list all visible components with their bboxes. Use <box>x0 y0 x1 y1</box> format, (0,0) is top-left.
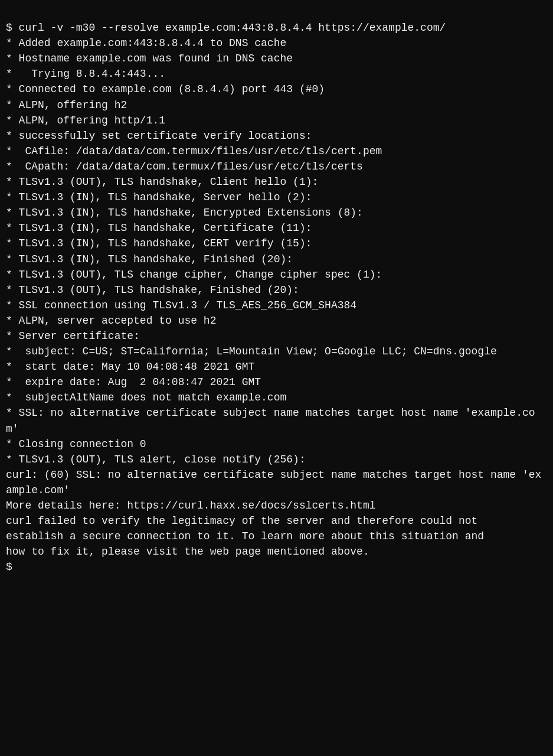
terminal-line: curl failed to verify the legitimacy of … <box>6 513 547 529</box>
terminal-line: * TLSv1.3 (IN), TLS handshake, Certifica… <box>6 220 547 236</box>
terminal-line: * Connected to example.com (8.8.4.4) por… <box>6 82 547 97</box>
terminal-line: More details here: https://curl.haxx.se/… <box>6 498 547 513</box>
terminal-line: * start date: May 10 04:08:48 2021 GMT <box>6 359 547 374</box>
terminal-line: * TLSv1.3 (OUT), TLS handshake, Client h… <box>6 174 547 190</box>
terminal-line: * SSL connection using TLSv1.3 / TLS_AES… <box>6 298 547 313</box>
terminal-line: * ALPN, offering h2 <box>6 97 547 113</box>
terminal-line: * ALPN, offering http/1.1 <box>6 113 547 128</box>
terminal-line: * TLSv1.3 (IN), TLS handshake, Encrypted… <box>6 205 547 220</box>
terminal-line: * ALPN, server accepted to use h2 <box>6 313 547 328</box>
terminal-line: * TLSv1.3 (OUT), TLS alert, close notify… <box>6 452 547 467</box>
terminal-line: * TLSv1.3 (IN), TLS handshake, Server he… <box>6 190 547 205</box>
terminal-line: how to fix it, please visit the web page… <box>6 544 547 559</box>
terminal-line: * Hostname example.com was found in DNS … <box>6 51 547 66</box>
terminal-line: * SSL: no alternative certificate subjec… <box>6 405 547 436</box>
terminal-line: * Closing connection 0 <box>6 436 547 452</box>
terminal-line: * Trying 8.8.4.4:443... <box>6 66 547 82</box>
terminal-line: establish a secure connection to it. To … <box>6 529 547 544</box>
terminal-line: * subject: C=US; ST=California; L=Mounta… <box>6 344 547 359</box>
terminal-line: * subjectAltName does not match example.… <box>6 390 547 405</box>
terminal-line: $ <box>6 559 547 575</box>
terminal-line: * successfully set certificate verify lo… <box>6 128 547 144</box>
terminal-output: $ curl -v -m30 --resolve example.com:443… <box>6 5 547 575</box>
terminal-line: * TLSv1.3 (OUT), TLS handshake, Finished… <box>6 282 547 298</box>
terminal-line: * TLSv1.3 (IN), TLS handshake, Finished … <box>6 252 547 267</box>
terminal-line: * Server certificate: <box>6 328 547 344</box>
terminal-line: * expire date: Aug 2 04:08:47 2021 GMT <box>6 374 547 390</box>
terminal-line: * CApath: /data/data/com.termux/files/us… <box>6 159 547 174</box>
terminal-line: * TLSv1.3 (OUT), TLS change cipher, Chan… <box>6 267 547 282</box>
terminal-line: $ curl -v -m30 --resolve example.com:443… <box>6 20 547 35</box>
terminal-line: * TLSv1.3 (IN), TLS handshake, CERT veri… <box>6 236 547 251</box>
terminal-line: curl: (60) SSL: no alternative certifica… <box>6 467 547 498</box>
terminal-line: * Added example.com:443:8.8.4.4 to DNS c… <box>6 35 547 51</box>
terminal-line: * CAfile: /data/data/com.termux/files/us… <box>6 144 547 159</box>
